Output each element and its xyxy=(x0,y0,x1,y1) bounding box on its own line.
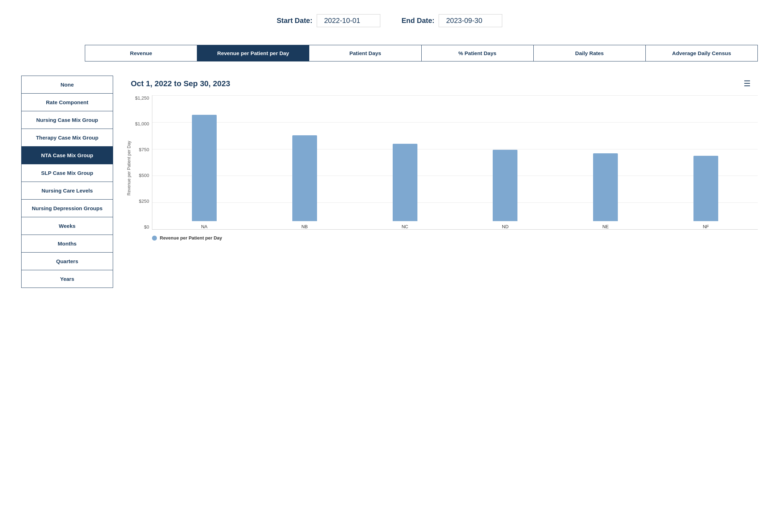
y-axis-label: Revenue per Patient per Day xyxy=(127,141,131,195)
sidebar-item-quarters[interactable]: Quarters xyxy=(22,253,113,270)
bar-label-na: NA xyxy=(201,224,207,229)
sidebar-item-nursing-care-levels[interactable]: Nursing Care Levels xyxy=(22,182,113,200)
bar-label-nf: NF xyxy=(703,224,709,229)
legend-dot xyxy=(152,236,157,241)
sidebar-item-months[interactable]: Months xyxy=(22,235,113,253)
bar-label-nb: NB xyxy=(301,224,308,229)
chart-title: Oct 1, 2022 to Sep 30, 2023 xyxy=(131,79,230,88)
sidebar-item-therapy-case-mix[interactable]: Therapy Case Mix Group xyxy=(22,129,113,147)
bar-nd[interactable] xyxy=(493,150,517,221)
tab-revenue[interactable]: Revenue xyxy=(85,45,197,61)
chart-with-axes: Revenue per Patient per Day $0 $250 $500… xyxy=(124,95,758,241)
bar-group-nb: NB xyxy=(260,135,350,229)
y-tick-1250: $1,250 xyxy=(135,95,149,101)
sidebar-list: None Rate Component Nursing Case Mix Gro… xyxy=(21,76,113,288)
y-tick-1000: $1,000 xyxy=(135,121,149,126)
y-tick-0: $0 xyxy=(144,224,149,230)
start-date-group: Start Date: 2022-10-01 xyxy=(277,14,380,27)
bar-group-nc: NC xyxy=(360,144,450,229)
chart-body: $0 $250 $500 $750 $1,000 $1,250 xyxy=(134,95,758,241)
end-date-value: 2023-09-30 xyxy=(439,14,502,27)
start-date-value: 2022-10-01 xyxy=(317,14,380,27)
tab-pct-patient-days[interactable]: % Patient Days xyxy=(422,45,534,61)
y-tick-500: $500 xyxy=(139,173,149,178)
tab-revenue-per-patient[interactable]: Revenue per Patient per Day xyxy=(197,45,309,61)
bar-label-nd: ND xyxy=(502,224,509,229)
tab-patient-days[interactable]: Patient Days xyxy=(309,45,421,61)
bar-nc[interactable] xyxy=(393,144,417,221)
bar-label-ne: NE xyxy=(602,224,609,229)
end-date-group: End Date: 2023-09-30 xyxy=(402,14,502,27)
chart-area: Oct 1, 2022 to Sep 30, 2023 ☰ Revenue pe… xyxy=(124,76,758,288)
bar-nf[interactable] xyxy=(693,156,718,221)
sidebar-item-nta-case-mix[interactable]: NTA Case Mix Group xyxy=(22,147,113,164)
main-content: None Rate Component Nursing Case Mix Gro… xyxy=(21,76,758,288)
start-date-label: Start Date: xyxy=(277,17,312,25)
bar-group-nf: NF xyxy=(661,156,751,229)
legend: Revenue per Patient per Day xyxy=(134,230,758,241)
bar-group-na: NA xyxy=(159,115,249,229)
bar-nb[interactable] xyxy=(292,135,317,221)
chart-plot-area: $0 $250 $500 $750 $1,000 $1,250 xyxy=(134,95,758,230)
y-axis-label-container: Revenue per Patient per Day xyxy=(124,95,134,241)
legend-label: Revenue per Patient per Day xyxy=(160,235,222,241)
sidebar-item-years[interactable]: Years xyxy=(22,270,113,288)
end-date-label: End Date: xyxy=(402,17,434,25)
chart-title-row: Oct 1, 2022 to Sep 30, 2023 ☰ xyxy=(124,79,758,88)
tab-avg-daily-census[interactable]: Adverage Daily Census xyxy=(646,45,757,61)
sidebar-item-weeks[interactable]: Weeks xyxy=(22,217,113,235)
tab-daily-rates[interactable]: Daily Rates xyxy=(534,45,646,61)
bar-group-ne: NE xyxy=(561,153,650,229)
sidebar-item-rate-component[interactable]: Rate Component xyxy=(22,94,113,111)
y-labels: $0 $250 $500 $750 $1,000 $1,250 xyxy=(134,95,152,230)
sidebar-item-nursing-depression[interactable]: Nursing Depression Groups xyxy=(22,200,113,217)
sidebar-item-none[interactable]: None xyxy=(22,76,113,94)
y-tick-250: $250 xyxy=(139,199,149,204)
date-section: Start Date: 2022-10-01 End Date: 2023-09… xyxy=(21,14,758,27)
bar-group-nd: ND xyxy=(460,150,550,229)
bar-na[interactable] xyxy=(192,115,217,221)
y-tick-750: $750 xyxy=(139,147,149,152)
hamburger-icon[interactable]: ☰ xyxy=(744,79,751,88)
bars-area: NANBNCNDNENF xyxy=(152,95,758,230)
bar-ne[interactable] xyxy=(593,153,618,221)
sidebar-item-slp-case-mix[interactable]: SLP Case Mix Group xyxy=(22,164,113,182)
sidebar-item-nursing-case-mix[interactable]: Nursing Case Mix Group xyxy=(22,111,113,129)
bar-label-nc: NC xyxy=(402,224,408,229)
tabs-row: Revenue Revenue per Patient per Day Pati… xyxy=(85,45,758,61)
bars-inner: NANBNCNDNENF xyxy=(152,95,758,229)
